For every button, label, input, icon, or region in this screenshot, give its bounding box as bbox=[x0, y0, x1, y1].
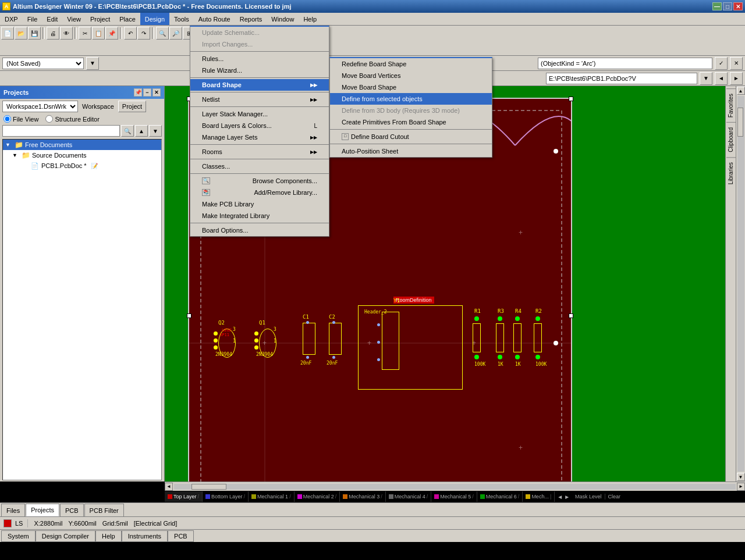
layer-tab-mask[interactable]: Mask Level bbox=[572, 494, 605, 500]
layer-tab-mech2[interactable]: Mechanical 2 / bbox=[295, 491, 340, 502]
filter-saved-select[interactable]: (Not Saved) bbox=[2, 58, 84, 69]
tb-undo[interactable]: ↶ bbox=[124, 27, 137, 40]
menu-place[interactable]: Place bbox=[115, 13, 140, 25]
layer-tab-mech6[interactable]: Mechanical 6 / bbox=[477, 491, 523, 502]
tree-item-free-docs[interactable]: ▼ 📁 Free Documents bbox=[3, 140, 161, 150]
menu-view[interactable]: View bbox=[62, 13, 86, 25]
menu-autoroute[interactable]: Auto Route bbox=[194, 13, 235, 25]
tb-paste[interactable]: 📌 bbox=[105, 27, 118, 40]
vscroll-thumb[interactable] bbox=[737, 108, 743, 137]
dmenu-import-changes[interactable]: Import Changes... bbox=[190, 38, 329, 50]
filter-query-input[interactable] bbox=[538, 58, 712, 69]
side-tab-clipboard[interactable]: Clipboard bbox=[726, 122, 736, 157]
tree-item-source-docs[interactable]: ▼ 📁 Source Documents bbox=[3, 150, 161, 160]
panel-pin-btn[interactable]: 📌 bbox=[134, 88, 142, 97]
maximize-button[interactable]: □ bbox=[723, 2, 732, 10]
layer-tab-mech4[interactable]: Mechanical 4 / bbox=[386, 491, 432, 502]
sptab-system[interactable]: System bbox=[1, 530, 36, 542]
tb-redo[interactable]: ↷ bbox=[137, 27, 150, 40]
tb-zoom-out[interactable]: 🔎 bbox=[169, 27, 182, 40]
menu-file[interactable]: File bbox=[23, 13, 42, 25]
tb-copy[interactable]: 📋 bbox=[92, 27, 105, 40]
layer-tab-mech-more[interactable]: Mech... | bbox=[523, 491, 555, 502]
workspace-select[interactable]: Workspace1.DsnWrk bbox=[2, 101, 78, 112]
tb-preview[interactable]: 👁 bbox=[60, 27, 73, 40]
bsmenu-redefine[interactable]: Redefine Board Shape bbox=[330, 58, 492, 70]
menu-design[interactable]: Design bbox=[140, 13, 169, 25]
sptab-pcb[interactable]: PCB bbox=[168, 530, 194, 542]
project-btn[interactable]: Project bbox=[118, 101, 146, 112]
panel-close-btn[interactable]: ✕ bbox=[152, 88, 161, 97]
sptab-design-compiler[interactable]: Design Compiler bbox=[36, 530, 95, 542]
layer-tab-mech1[interactable]: Mechanical 1 / bbox=[249, 491, 295, 502]
filter-dropdown-btn[interactable]: ▼ bbox=[86, 57, 99, 70]
panel-min-btn[interactable]: − bbox=[143, 88, 151, 97]
layer-tab-mech5[interactable]: Mechanical 5 / bbox=[431, 491, 477, 502]
tb-print[interactable]: 🖨 bbox=[47, 27, 59, 40]
tree-item-pcb1[interactable]: 📄 PCB1.PcbDoc * 📝 bbox=[3, 160, 161, 171]
menu-edit[interactable]: Edit bbox=[42, 13, 62, 25]
tb-save[interactable]: 💾 bbox=[28, 27, 41, 40]
minimize-button[interactable]: — bbox=[712, 2, 722, 10]
dmenu-add-remove-library[interactable]: 📚Add/Remove Library... bbox=[190, 187, 329, 198]
btab-files[interactable]: Files bbox=[1, 504, 25, 516]
tb-zoom-in[interactable]: 🔍 bbox=[156, 27, 169, 40]
addr-fwd-btn[interactable]: ► bbox=[730, 72, 743, 85]
hscroll-thumb[interactable] bbox=[191, 484, 226, 490]
btab-pcb[interactable]: PCB bbox=[60, 504, 84, 516]
side-tab-libraries[interactable]: Libraries bbox=[726, 157, 736, 189]
dmenu-layer-stack[interactable]: Layer Stack Manager... bbox=[190, 108, 329, 120]
layer-tab-clear[interactable]: Clear bbox=[605, 494, 624, 500]
vscroll-up-btn[interactable]: ▲ bbox=[737, 87, 745, 95]
sptab-help[interactable]: Help bbox=[95, 530, 122, 542]
layer-next-btn[interactable]: ► bbox=[564, 494, 570, 500]
file-view-radio-input[interactable] bbox=[3, 115, 11, 123]
dmenu-board-layers[interactable]: Board Layers & Colors...L bbox=[190, 120, 329, 131]
menu-tools[interactable]: Tools bbox=[169, 13, 194, 25]
hscroll-right-btn[interactable]: ► bbox=[737, 483, 745, 491]
vscrollbar[interactable]: ▲ ▼ bbox=[736, 86, 745, 481]
vscroll-down-btn[interactable]: ▼ bbox=[737, 473, 745, 481]
bsmenu-define-selected[interactable]: Define from selected objects bbox=[330, 93, 492, 105]
bsmenu-define-cutout[interactable]: □Define Board Cutout bbox=[330, 131, 492, 142]
menu-project[interactable]: Project bbox=[86, 13, 115, 25]
menu-help[interactable]: Help bbox=[299, 13, 321, 25]
menu-window[interactable]: Window bbox=[267, 13, 299, 25]
close-button[interactable]: ✕ bbox=[733, 2, 743, 10]
structure-editor-radio-input[interactable] bbox=[45, 115, 53, 123]
tb-new[interactable]: 📄 bbox=[1, 27, 14, 40]
dmenu-make-pcb-lib[interactable]: Make PCB Library bbox=[190, 198, 329, 210]
nav-up-btn[interactable]: ▲ bbox=[135, 125, 148, 137]
dmenu-update-schematic[interactable]: Update Schematic... bbox=[190, 27, 329, 38]
dmenu-classes[interactable]: Classes... bbox=[190, 160, 329, 172]
dmenu-board-shape[interactable]: Board Shape▶ bbox=[190, 79, 329, 91]
dmenu-rooms[interactable]: Rooms▶ bbox=[190, 146, 329, 158]
dmenu-netlist[interactable]: Netlist▶ bbox=[190, 94, 329, 105]
layer-tab-top[interactable]: Top Layer / bbox=[165, 491, 203, 502]
layer-nav-btns[interactable]: ◄ ► bbox=[555, 494, 572, 500]
layer-prev-btn[interactable]: ◄ bbox=[557, 494, 563, 500]
tb-open[interactable]: 📂 bbox=[15, 27, 27, 40]
structure-editor-radio[interactable]: Structure Editor bbox=[45, 115, 99, 123]
dmenu-rules[interactable]: Rules... bbox=[190, 53, 329, 65]
bsmenu-move-vertices[interactable]: Move Board Vertices bbox=[330, 70, 492, 81]
filter-clear-btn[interactable]: ✕ bbox=[730, 57, 743, 70]
dmenu-browse-components[interactable]: 🔍Browse Components... bbox=[190, 175, 329, 187]
side-tab-favorites[interactable]: Favorites bbox=[726, 88, 736, 122]
dmenu-board-options[interactable]: Board Options... bbox=[190, 224, 329, 236]
search-input[interactable] bbox=[2, 125, 120, 137]
file-view-radio[interactable]: File View bbox=[3, 115, 38, 123]
nav-down-btn[interactable]: ▼ bbox=[149, 125, 162, 137]
btab-pcbfilter[interactable]: PCB Filter bbox=[84, 504, 124, 516]
addr-dropdown-btn[interactable]: ▼ bbox=[700, 72, 712, 85]
search-btn[interactable]: 🔍 bbox=[121, 125, 134, 137]
sptab-instruments[interactable]: Instruments bbox=[122, 530, 168, 542]
bsmenu-create-primitives[interactable]: Create Primitives From Board Shape bbox=[330, 116, 492, 128]
bsmenu-move-shape[interactable]: Move Board Shape bbox=[330, 81, 492, 93]
layer-tab-mech3[interactable]: Mechanical 3 / bbox=[340, 491, 386, 502]
dmenu-rule-wizard[interactable]: Rule Wizard... bbox=[190, 65, 329, 76]
addr-path-input[interactable] bbox=[546, 73, 697, 84]
filter-apply-btn[interactable]: ✓ bbox=[715, 57, 728, 70]
menu-reports[interactable]: Reports bbox=[235, 13, 267, 25]
hscroll-left-btn[interactable]: ◄ bbox=[165, 483, 173, 491]
